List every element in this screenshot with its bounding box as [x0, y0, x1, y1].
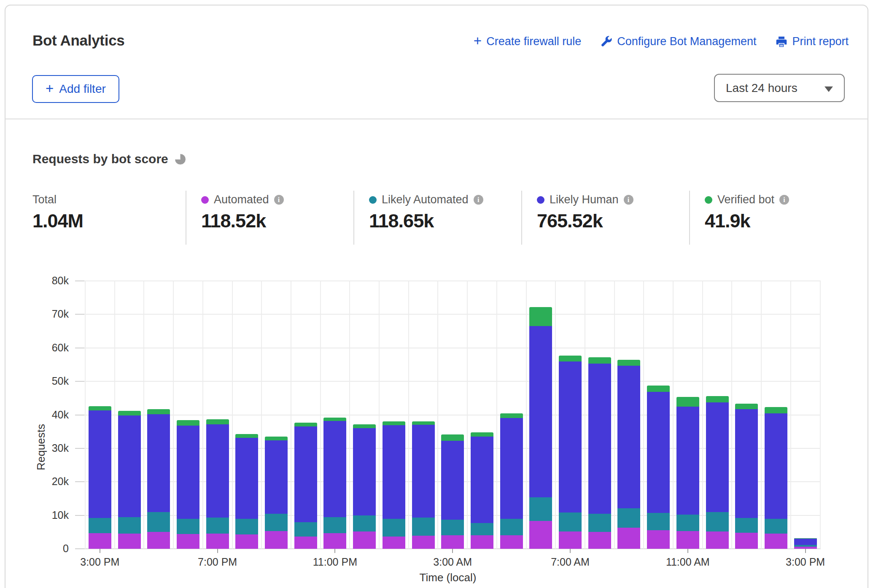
bar-segment-automated [647, 530, 670, 549]
bar-segment-verified-bot [617, 360, 640, 365]
bar-segment-likely-automated [617, 508, 640, 528]
info-icon[interactable]: i [274, 195, 284, 205]
bar-segment-automated [500, 535, 523, 549]
x-tick [687, 549, 688, 553]
x-tick-label: 7:00 PM [198, 556, 237, 568]
v-gridline [232, 281, 233, 549]
bar-segment-automated [735, 533, 758, 549]
y-tick [75, 548, 84, 549]
bar [118, 411, 141, 549]
bar-segment-likely-human [706, 402, 729, 512]
bar-segment-likely-automated [412, 518, 435, 536]
v-gridline [437, 281, 438, 549]
bar-segment-verified-bot [647, 386, 670, 392]
bar-segment-verified-bot [529, 307, 552, 326]
stat-likely-human-value: 765.52k [537, 210, 603, 232]
y-tick-label: 40k [22, 409, 69, 421]
stat-verified-bot: Verified bot i [705, 193, 789, 206]
bar [676, 397, 699, 549]
bar-segment-likely-human [471, 437, 493, 523]
info-icon[interactable]: i [779, 195, 789, 205]
bar-segment-likely-automated [323, 517, 346, 533]
bar [588, 357, 611, 549]
bar-segment-automated [765, 534, 787, 549]
bar-segment-likely-automated [765, 519, 787, 534]
bar [353, 424, 376, 549]
stat-automated-label: Automated [214, 193, 269, 206]
y-tick [75, 381, 84, 382]
bar-segment-likely-human [89, 410, 111, 518]
bar-segment-likely-automated [647, 513, 670, 530]
bar-segment-automated [383, 537, 405, 549]
bar [206, 419, 229, 549]
bar-segment-automated [588, 532, 611, 549]
bar-segment-likely-automated [588, 514, 611, 531]
bar-segment-likely-human [265, 440, 288, 514]
v-gridline [261, 281, 262, 549]
bar [529, 307, 552, 549]
add-filter-label: Add filter [59, 82, 106, 96]
stat-total-label: Total [32, 193, 57, 206]
v-gridline [114, 281, 115, 549]
chevron-down-icon [824, 86, 833, 92]
bar-segment-automated [177, 534, 199, 549]
create-firewall-rule-link[interactable]: + Create firewall rule [474, 35, 581, 49]
h-gridline [75, 314, 821, 315]
bar [765, 407, 787, 549]
stat-automated: Automated i [201, 193, 284, 206]
v-gridline [408, 281, 409, 549]
bar-segment-likely-human [294, 426, 317, 522]
bar-segment-verified-bot [412, 421, 435, 425]
bar [412, 421, 435, 549]
h-gridline [75, 281, 821, 281]
bar-segment-verified-bot [441, 434, 464, 440]
y-tick [75, 448, 84, 449]
x-tick [217, 549, 218, 553]
bar [177, 420, 199, 549]
info-icon[interactable]: i [624, 195, 633, 205]
v-gridline [731, 281, 732, 549]
v-gridline [291, 281, 291, 549]
v-gridline [143, 281, 144, 549]
bar-segment-likely-human [177, 426, 199, 519]
v-gridline [349, 281, 350, 549]
add-filter-button[interactable]: + Add filter [32, 75, 119, 103]
y-tick-label: 30k [22, 442, 69, 454]
v-gridline [643, 281, 644, 549]
x-tick-label: 3:00 AM [433, 556, 472, 568]
x-tick-label: 11:00 PM [313, 556, 357, 568]
v-gridline [379, 281, 380, 549]
stat-automated-value: 118.52k [201, 210, 266, 232]
bar-segment-likely-human [559, 361, 582, 512]
bar-segment-likely-human [412, 425, 435, 518]
v-gridline [467, 281, 468, 549]
bar-segment-likely-human [235, 438, 258, 519]
v-gridline [555, 281, 556, 549]
bar-segment-likely-automated [89, 518, 111, 533]
bar-segment-likely-human [617, 366, 640, 508]
v-gridline [761, 281, 762, 549]
bar-segment-likely-human [529, 326, 552, 497]
bar-segment-verified-bot [147, 409, 170, 414]
y-tick [75, 481, 84, 482]
verified-bot-legend-dot [705, 196, 712, 204]
bar-segment-automated [559, 531, 582, 549]
configure-bot-management-link[interactable]: Configure Bot Management [601, 35, 756, 48]
section-title: Requests by bot score [32, 152, 168, 166]
bar [265, 437, 288, 549]
plus-icon: + [474, 34, 482, 48]
printer-icon [776, 36, 787, 48]
bar-segment-verified-bot [206, 419, 229, 424]
bar-segment-verified-bot [588, 357, 611, 364]
print-report-link[interactable]: Print report [776, 35, 849, 48]
bar [617, 360, 640, 549]
time-range-select[interactable]: Last 24 hours [714, 74, 845, 102]
bar-segment-automated [617, 528, 640, 549]
bar [735, 404, 758, 549]
y-tick-label: 10k [22, 509, 69, 521]
bar-segment-likely-automated [471, 523, 493, 535]
bar-segment-verified-bot [383, 421, 405, 425]
print-report-label: Print report [792, 35, 849, 48]
info-icon[interactable]: i [474, 195, 483, 205]
v-gridline [202, 281, 203, 549]
